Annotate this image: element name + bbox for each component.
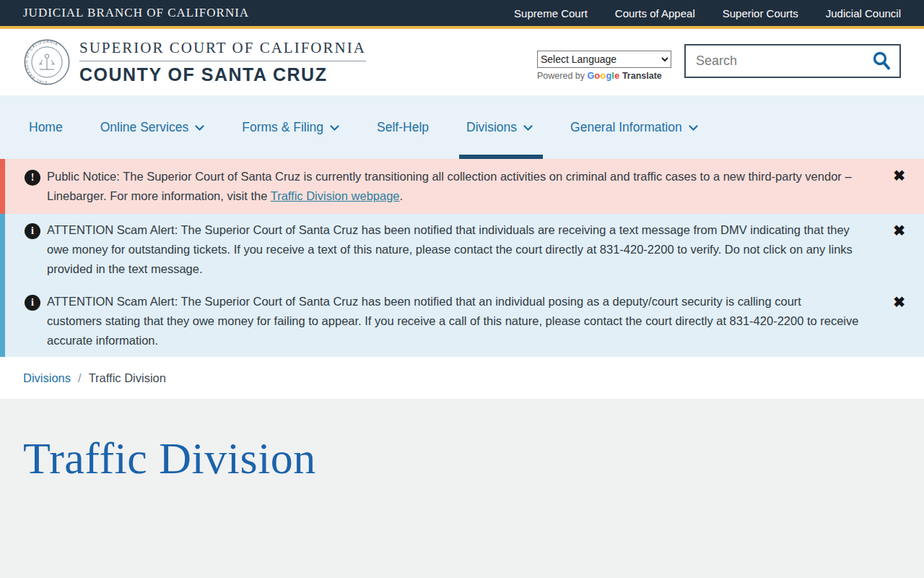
scam-alert-dmv-text: i ATTENTION Scam Alert: The Superior Cou… xyxy=(0,214,924,285)
main-navigation: Home Online Services Forms & Filing Self… xyxy=(0,95,924,159)
nav-item-general-information[interactable]: General Information xyxy=(552,95,717,159)
nav-item-forms-filing[interactable]: Forms & Filing xyxy=(223,95,358,159)
page-content: Traffic Division xyxy=(0,399,924,578)
site-logo-home-link[interactable]: JUDICIAL BRANCH OF CALIFORNIA SUPERIOR C… xyxy=(23,38,366,86)
site-title-line1: SUPERIOR COURT OF CALIFORNIA xyxy=(79,39,366,61)
public-notice-alert: ! Public Notice: The Superior Court of S… xyxy=(0,159,924,214)
scam-alert-dmv-text-body: ATTENTION Scam Alert: The Superior Court… xyxy=(47,220,859,279)
language-select[interactable]: Select Language xyxy=(537,51,671,68)
close-icon[interactable]: ✖ xyxy=(893,295,905,309)
topbar-links: Supreme Court Courts of Appeal Superior … xyxy=(514,7,901,20)
court-seal-icon: JUDICIAL BRANCH OF CALIFORNIA xyxy=(23,38,71,86)
breadcrumb-divisions-link[interactable]: Divisions xyxy=(23,371,71,385)
nav-item-home[interactable]: Home xyxy=(10,95,82,159)
page-title: Traffic Division xyxy=(23,433,901,484)
search-icon xyxy=(871,50,892,72)
topbar-link-courts-of-appeal[interactable]: Courts of Appeal xyxy=(615,7,695,20)
site-search xyxy=(684,44,901,78)
chevron-down-icon xyxy=(689,125,698,131)
site-header: JUDICIAL BRANCH OF CALIFORNIA SUPERIOR C… xyxy=(0,29,924,95)
svg-text:JUDICIAL BRANCH OF CALIFORNIA: JUDICIAL BRANCH OF CALIFORNIA xyxy=(23,38,59,85)
info-circle-icon: i xyxy=(25,223,40,239)
public-notice-text: Public Notice: The Superior Court of San… xyxy=(47,167,859,206)
breadcrumb-separator: / xyxy=(78,371,82,385)
scam-alert-deputy-call-body: ATTENTION Scam Alert: The Superior Court… xyxy=(47,292,859,350)
nav-item-online-services[interactable]: Online Services xyxy=(82,95,224,159)
google-logo: Google xyxy=(588,71,620,81)
judicial-branch-title: JUDICIAL BRANCH OF CALIFORNIA xyxy=(23,6,249,20)
breadcrumb-current: Traffic Division xyxy=(89,371,166,385)
topbar-link-superior-courts[interactable]: Superior Courts xyxy=(723,7,798,20)
scam-alert-deputy-call: i ATTENTION Scam Alert: The Superior Cou… xyxy=(0,285,924,357)
topbar-link-judicial-council[interactable]: Judicial Council xyxy=(826,7,901,20)
close-icon[interactable]: ✖ xyxy=(893,223,905,238)
chevron-down-icon xyxy=(195,125,204,131)
nav-item-divisions[interactable]: Divisions xyxy=(448,95,552,159)
topbar-link-supreme-court[interactable]: Supreme Court xyxy=(514,7,588,20)
google-translate-widget: Select Language Powered by Google Transl… xyxy=(537,44,671,81)
nav-item-self-help[interactable]: Self-Help xyxy=(358,95,448,159)
site-title-block: SUPERIOR COURT OF CALIFORNIA COUNTY OF S… xyxy=(79,39,366,85)
breadcrumb: Divisions / Traffic Division xyxy=(0,357,924,399)
government-topbar: JUDICIAL BRANCH OF CALIFORNIA Supreme Co… xyxy=(0,0,924,29)
chevron-down-icon xyxy=(523,125,533,131)
info-circle-icon: i xyxy=(25,295,40,311)
translate-attribution: Powered by Google Translate xyxy=(537,71,671,81)
search-submit-button[interactable] xyxy=(871,50,892,72)
traffic-division-webpage-link[interactable]: Traffic Division webpage xyxy=(271,189,400,202)
search-input[interactable] xyxy=(696,53,871,69)
site-title-line2: COUNTY OF SANTA CRUZ xyxy=(79,61,366,85)
exclamation-circle-icon: ! xyxy=(25,170,40,186)
chevron-down-icon xyxy=(330,125,339,131)
close-icon[interactable]: ✖ xyxy=(893,168,905,183)
